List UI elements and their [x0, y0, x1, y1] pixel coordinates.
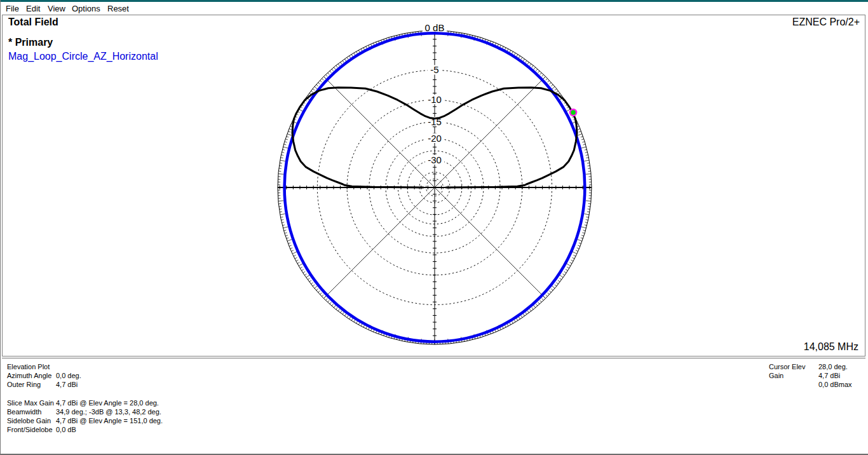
- status-value: 0,0 deg.: [56, 372, 81, 379]
- status-row-front-sidelobe: Front/Sidelobe0,0 dB: [7, 425, 163, 434]
- menu-item-edit[interactable]: Edit: [26, 4, 40, 13]
- menu-item-reset[interactable]: Reset: [107, 4, 129, 13]
- status-row-cursor-gain: Gain4,7 dBi: [769, 371, 852, 380]
- db-label: -30: [428, 154, 442, 165]
- plot-area: 0 dB-5-10-15-20-30 Total Field EZNEC Pro…: [2, 15, 865, 357]
- status-label: Cursor Elev: [769, 362, 818, 371]
- db-label: -5: [430, 64, 438, 75]
- status-value: 0,0 dBmax: [818, 381, 852, 388]
- status-value: 4,7 dBi @ Elev Angle = 28,0 deg.: [56, 399, 159, 407]
- status-row-cursor-elev: Cursor Elev28,0 deg.: [769, 362, 852, 371]
- primary-trace-label: * Primary: [8, 37, 53, 48]
- status-row-cursor-dbmax: 0,0 dBmax: [769, 380, 852, 389]
- menu-item-options[interactable]: Options: [72, 4, 100, 13]
- status-value: 4,7 dBi: [56, 381, 78, 388]
- status-value: 34,9 deg.; -3dB @ 13,3, 48,2 deg.: [56, 408, 161, 416]
- status-value: 4,7 dBi @ Elev Angle = 151,0 deg.: [56, 417, 163, 424]
- status-label: Gain: [769, 371, 818, 380]
- status-value: 28,0 deg.: [818, 363, 848, 370]
- status-right-block: Cursor Elev28,0 deg. Gain4,7 dBi 0,0 dBm…: [769, 362, 852, 390]
- status-row-spacer: [7, 390, 163, 398]
- status-label: Front/Sidelobe: [7, 425, 56, 434]
- status-panel: Elevation Plot Azimuth Angle0,0 deg. Out…: [2, 358, 865, 452]
- menu-bar: File Edit View Options Reset: [1, 2, 867, 15]
- trace-name-label: Mag_Loop_Circle_AZ_Horizontal: [8, 51, 158, 62]
- status-row-azimuth-angle: Azimuth Angle0,0 deg.: [7, 371, 163, 380]
- status-row-beamwidth: Beamwidth34,9 deg.; -3dB @ 13,3, 48,2 de…: [7, 407, 163, 416]
- db-label: -10: [428, 94, 442, 105]
- frequency-label: 14,085 MHz: [804, 341, 858, 353]
- status-row-slice-max-gain: Slice Max Gain4,7 dBi @ Elev Angle = 28,…: [7, 398, 163, 407]
- polar-plot[interactable]: 0 dB-5-10-15-20-30: [3, 15, 865, 356]
- status-label: Beamwidth: [7, 407, 56, 416]
- status-row-outer-ring: Outer Ring4,7 dBi: [7, 380, 163, 389]
- status-row-plot-type: Elevation Plot: [7, 362, 163, 371]
- menu-item-file[interactable]: File: [6, 4, 19, 13]
- status-label: Outer Ring: [7, 380, 56, 389]
- app-name-label: EZNEC Pro/2+: [792, 17, 860, 28]
- status-value: 4,7 dBi: [818, 372, 840, 379]
- cursor-marker[interactable]: [570, 109, 576, 116]
- db-label: 0 dB: [425, 22, 445, 33]
- status-label: Azimuth Angle: [7, 371, 56, 380]
- status-label: Sidelobe Gain: [7, 416, 56, 425]
- status-label: Slice Max Gain: [7, 398, 56, 407]
- status-value: 0,0 dB: [56, 426, 76, 433]
- status-left-block: Elevation Plot Azimuth Angle0,0 deg. Out…: [7, 362, 163, 435]
- field-type-title: Total Field: [8, 17, 58, 28]
- status-label: Elevation Plot: [7, 362, 56, 371]
- db-label: -20: [428, 133, 442, 144]
- menu-item-view[interactable]: View: [48, 4, 65, 13]
- status-row-sidelobe-gain: Sidelobe Gain4,7 dBi @ Elev Angle = 151,…: [7, 416, 163, 425]
